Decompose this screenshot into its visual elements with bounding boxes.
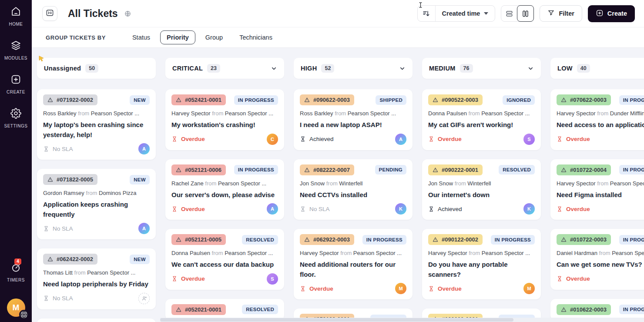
sla-row: OverdueM	[428, 283, 535, 294]
requester-name: Harvey Spector	[300, 250, 339, 256]
ticket-card[interactable]: #090622-0003SHIPPEDRoss Barkley from Pea…	[294, 89, 413, 150]
ticket-id: #052021-0001	[185, 306, 221, 313]
sla-row: OverdueM	[300, 283, 406, 294]
ticket-type-icon	[176, 237, 181, 242]
ticket-card[interactable]: #062922-0003IN PROGRESSHarvey Spector fr…	[294, 229, 413, 299]
requester-name: Donna Paulsen	[171, 250, 210, 256]
tab-priority[interactable]: Priority	[160, 30, 195, 44]
from-label: from	[77, 110, 91, 117]
ticket-id-badge: #090222-0001	[428, 164, 483, 175]
ticket-id-badge: #052121-0006	[171, 164, 226, 175]
tab-technicians[interactable]: Technicians	[233, 30, 279, 44]
ticket-card[interactable]: #010622-0003IN PROGRESS	[550, 299, 644, 320]
text-cursor	[417, 0, 424, 11]
ticket-card[interactable]: #010722-0003IN PROGRESSDaniel Hardman fr…	[550, 229, 644, 290]
ticket-card[interactable]: #062422-0002NEWThomas Litt from Pearson …	[37, 248, 156, 309]
ticket-type-icon	[304, 97, 310, 103]
sort-field-dropdown[interactable]: Created time	[436, 10, 495, 17]
sla-hourglass-icon	[557, 206, 563, 212]
kanban-view-button[interactable]	[517, 5, 534, 22]
ticket-id-badge: #052421-0001	[171, 94, 226, 105]
ticket-card[interactable]: #090122-0002IN PROGRESSHarvey Spector fr…	[422, 229, 541, 299]
requester-name: Rachel Zane	[171, 180, 204, 187]
ticket-card[interactable]: #090222-0001RESOLVEDJon Snow from Winter…	[422, 159, 541, 220]
sidebar-item-label: TIMERS	[7, 278, 25, 282]
create-button[interactable]: Create	[588, 5, 635, 22]
ticket-card[interactable]: #052121-0006IN PROGRESSRachel Zane from …	[165, 159, 284, 220]
requester-line: Thomas Litt from Pearson Spector ...	[43, 269, 150, 276]
requester-name: Harvey Spector	[557, 110, 596, 117]
requester-line: Harvey Spector from Pearson Spector ...	[171, 110, 278, 117]
column-count-badge: 50	[85, 64, 98, 73]
ticket-id-badge: #071822-0005	[43, 174, 97, 185]
ticket-id: #070622-0003	[570, 97, 607, 103]
sla-row: OverdueA	[171, 203, 278, 215]
status-badge: IN PROGRESS	[234, 165, 278, 174]
column-collapse-button[interactable]	[527, 65, 534, 72]
column-collapse-button[interactable]	[399, 65, 406, 72]
user-avatar[interactable]: M	[7, 299, 25, 317]
ticket-card[interactable]: #071822-0005NEWGordon Ramsey from Domino…	[37, 169, 156, 239]
ticket-card[interactable]: #052121-0005RESOLVEDDonna Paulsen from P…	[165, 229, 284, 290]
sidebar-item-home[interactable]: HOME	[9, 6, 23, 27]
sidebar-item-timers[interactable]: 4 TIMERS	[7, 262, 25, 282]
requester-name: Donna Paulsen	[428, 110, 467, 117]
sla-hourglass-icon	[171, 136, 178, 142]
ticket-type-icon	[47, 97, 53, 103]
sla-text: Achieved	[438, 206, 462, 212]
sla-text: No SLA	[53, 295, 73, 302]
column-low: LOW40#070622-0003IN PROGRESSHarvey Spect…	[550, 58, 644, 322]
sla-text: No SLA	[53, 225, 73, 232]
view-panel-button[interactable]	[42, 6, 57, 21]
requester-line: Harvey Spector from Dunder Mifflin	[557, 110, 644, 117]
from-label: from	[211, 110, 225, 117]
requester-name: Ross Barkley	[300, 110, 333, 117]
requester-company: Pearson Spector ...	[91, 110, 139, 117]
column-count-badge: 76	[460, 64, 473, 73]
avatar: K	[523, 203, 535, 215]
ticket-card-top: #082222-0007PENDING	[300, 164, 406, 175]
ticket-card[interactable]: #090522-0003IGNOREDDonna Paulsen from Pe…	[422, 89, 541, 150]
avatar: K	[395, 203, 406, 215]
ticket-id-badge: #010722-0003	[557, 234, 611, 245]
requester-line: Donna Paulsen from Pearson Spector ...	[428, 110, 535, 117]
requester-name: Jon Snow	[428, 180, 453, 187]
ticket-title: Application keeps crashing frequently	[43, 200, 150, 219]
requester-company: Pearson Spector ...	[481, 110, 530, 117]
ticket-card-top: #090622-0003SHIPPED	[300, 94, 406, 105]
ticket-card[interactable]: #052421-0001IN PROGRESSHarvey Spector fr…	[165, 89, 284, 150]
ticket-card-top: #062922-0003IN PROGRESS	[300, 234, 406, 245]
sort-control[interactable]: Created time	[417, 5, 496, 22]
ticket-card[interactable]: #071922-0002NEWRoss Barkley from Pearson…	[37, 89, 156, 160]
sidebar-item-modules[interactable]: MODULES	[4, 40, 27, 60]
ticket-card[interactable]: #010722-0004IN PROGRESSHarvey Spector fr…	[550, 159, 644, 220]
modules-icon	[10, 40, 21, 53]
tab-group[interactable]: Group	[199, 30, 229, 44]
ticket-card-top: #090222-0001RESOLVED	[428, 164, 535, 175]
filter-button[interactable]: Filter	[540, 5, 582, 22]
requester-company: Pearson Spector ...	[218, 180, 266, 187]
avatar: A	[395, 134, 406, 145]
ticket-id: #062922-0003	[313, 236, 350, 243]
status-badge: PENDING	[375, 165, 407, 174]
ticket-id-badge: #090522-0003	[428, 94, 483, 105]
scrollbar-thumb[interactable]	[160, 318, 513, 322]
ticket-type-icon	[433, 167, 438, 173]
list-view-button[interactable]	[501, 6, 517, 21]
ticket-id-badge: #090622-0003	[300, 94, 354, 105]
sidebar-item-label: CREATE	[7, 90, 25, 94]
ticket-card[interactable]: #090622-0002NEW	[37, 319, 156, 322]
ticket-card[interactable]: #052021-0001RESOLVED	[165, 299, 284, 320]
sidebar-item-create[interactable]: CREATE	[7, 74, 25, 94]
assign-agent-button[interactable]	[138, 293, 150, 304]
column-count-badge: 52	[321, 64, 334, 73]
sidebar-item-settings[interactable]: SETTINGS	[4, 108, 27, 128]
from-label: from	[210, 250, 225, 256]
column-collapse-button[interactable]	[271, 65, 277, 72]
requester-name: Thomas Litt	[43, 269, 73, 276]
requester-company: Pearson Spector ...	[610, 180, 644, 187]
ticket-card[interactable]: #070622-0003IN PROGRESSHarvey Spector fr…	[550, 89, 644, 150]
ticket-card-top: #052021-0001RESOLVED	[171, 304, 278, 315]
ticket-card[interactable]: #082222-0007PENDINGJon Snow from Winterf…	[294, 159, 413, 220]
tab-status[interactable]: Status	[126, 30, 157, 44]
